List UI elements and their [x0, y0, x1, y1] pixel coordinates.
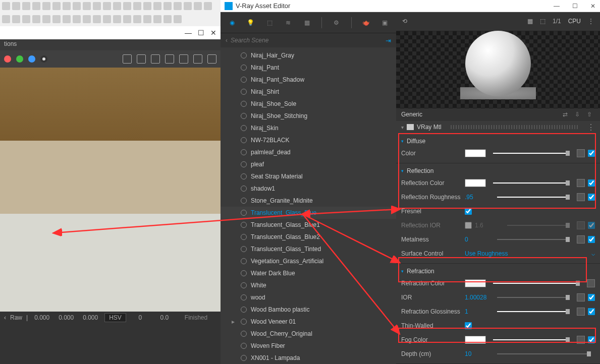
cpu-label[interactable]: CPU [568, 18, 581, 25]
map-button[interactable] [577, 193, 585, 201]
value-input[interactable]: 1 [465, 308, 490, 315]
material-item[interactable]: Wood_Cherry_Original [221, 328, 396, 340]
region-icon[interactable] [165, 54, 174, 64]
slider[interactable] [497, 353, 591, 354]
color-swatch[interactable] [465, 179, 486, 187]
menu-icon[interactable]: ⋮ [588, 18, 594, 25]
materials-tab-icon[interactable]: ◉ [228, 18, 236, 28]
material-item[interactable]: pleaf [221, 158, 396, 170]
material-item[interactable]: shadow1 [221, 183, 396, 195]
close-button[interactable]: ✕ [210, 29, 216, 37]
thin-checkbox[interactable] [465, 322, 472, 329]
slider[interactable] [493, 283, 580, 284]
enable-checkbox[interactable] [588, 179, 595, 187]
dropdown[interactable]: Use Roughness [465, 250, 588, 257]
material-item[interactable]: White [221, 279, 396, 291]
maximize-button[interactable]: ☐ [572, 3, 578, 10]
delete-icon[interactable] [137, 54, 146, 64]
lights-tab-icon[interactable]: 💡 [246, 18, 255, 28]
slider[interactable] [493, 183, 570, 184]
material-item[interactable]: Niraj_Shoe_Sole [221, 98, 396, 110]
value-input[interactable]: 1.00028 [465, 294, 490, 301]
map-button[interactable] [577, 336, 585, 344]
material-item[interactable]: wood [221, 291, 396, 304]
map-button[interactable] [577, 221, 585, 229]
preset-icon[interactable]: ⇄ [563, 111, 571, 118]
material-item[interactable]: Translucent_Glass_Blue1 [221, 219, 396, 231]
material-item[interactable]: Woven Fiber [221, 340, 396, 352]
material-item[interactable]: Niraj_Shoe_Stitching [221, 110, 396, 122]
channel-red-icon[interactable] [4, 55, 11, 63]
enable-checkbox[interactable] [588, 236, 595, 243]
value-input[interactable]: 1.6 [475, 222, 500, 229]
enable-checkbox[interactable] [588, 294, 595, 301]
color-swatch[interactable] [465, 279, 486, 287]
channel-blue-icon[interactable] [28, 55, 35, 63]
value-input[interactable]: .95 [465, 194, 490, 201]
search-go-icon[interactable]: ⇥ [386, 37, 391, 44]
material-item[interactable]: Niraj_Skin [221, 122, 396, 134]
mtl-menu-icon[interactable]: ⋮ [587, 123, 595, 132]
material-item[interactable]: Wood Bamboo plastic [221, 304, 396, 316]
material-item[interactable]: Translucent_Glass_Tinted [221, 243, 396, 255]
geometry-tab-icon[interactable]: ⬚ [265, 18, 274, 28]
enable-checkbox[interactable] [588, 336, 595, 343]
material-item[interactable]: XN001 - Lampada [221, 352, 396, 364]
map-button[interactable] [577, 293, 585, 301]
material-item[interactable]: Niraj_Shirt [221, 86, 396, 98]
value-input[interactable]: 10 [465, 350, 490, 357]
save-preset-icon[interactable]: ⇩ [575, 111, 583, 118]
material-row[interactable]: ▾ VRay Mtl ⋮ [396, 121, 600, 134]
color-swatch[interactable] [465, 149, 486, 157]
channel-mono-icon[interactable] [40, 55, 47, 63]
save-icon[interactable] [123, 54, 132, 64]
close-button[interactable]: ✕ [590, 3, 596, 10]
material-item[interactable]: ▸Wood Veneer 01 [221, 316, 396, 328]
render-viewport[interactable] [0, 68, 221, 312]
slider[interactable] [497, 197, 570, 198]
material-item[interactable]: Vegetation_Grass_Artificial [221, 255, 396, 267]
chevron-down-icon[interactable]: ⌵ [591, 250, 595, 257]
minimize-button[interactable]: — [554, 3, 560, 10]
map-button[interactable] [577, 149, 585, 157]
material-item[interactable]: Niraj_Pant_Shadow [221, 74, 396, 86]
settings-icon[interactable]: ⚙ [332, 18, 341, 28]
material-item[interactable]: palmleaf_dead [221, 146, 396, 158]
slider[interactable] [497, 297, 570, 298]
select-icon[interactable] [151, 54, 160, 64]
ior-lock-checkbox[interactable] [465, 222, 472, 229]
material-item[interactable]: Stone_Granite_Midnite [221, 195, 396, 207]
enable-checkbox[interactable] [588, 194, 595, 201]
slider[interactable] [493, 339, 570, 340]
slider[interactable] [493, 153, 570, 154]
minimize-button[interactable]: — [185, 29, 192, 37]
enable-checkbox[interactable] [588, 308, 595, 315]
material-preview[interactable] [396, 31, 600, 108]
fresnel-checkbox[interactable] [465, 208, 472, 215]
teapot-add-icon[interactable] [179, 54, 188, 64]
material-item[interactable]: Seat Strap Material [221, 170, 396, 183]
enable-checkbox[interactable] [588, 222, 595, 229]
teapot-icon[interactable] [193, 54, 202, 64]
enable-checkbox[interactable] [588, 150, 595, 157]
group-header-refraction[interactable]: ▾Refraction [396, 266, 600, 276]
load-preset-icon[interactable]: ⇧ [587, 111, 595, 118]
expand-icon[interactable]: ⬚ [540, 18, 546, 25]
map-button[interactable] [577, 179, 585, 187]
group-header-reflection[interactable]: ▾Reflection [396, 166, 600, 176]
material-item[interactable]: NW-72BLACK [221, 134, 396, 146]
material-item[interactable]: Niraj_Hair_Gray [221, 49, 396, 62]
material-list[interactable]: Niraj_Hair_GrayNiraj_PantNiraj_Pant_Shad… [221, 47, 396, 364]
group-header-diffuse[interactable]: ▾Diffuse [396, 136, 600, 146]
material-item[interactable]: Niraj_Pant [221, 62, 396, 74]
slider[interactable] [497, 239, 570, 240]
layers-tab-icon[interactable]: ≋ [284, 18, 293, 28]
slider[interactable] [497, 311, 570, 312]
material-item[interactable]: Water Dark Blue [221, 267, 396, 279]
material-item[interactable]: Translucent_Glass_Blue2 [221, 231, 396, 243]
color-swatch[interactable] [465, 336, 486, 344]
gridview-icon[interactable]: ▦ [527, 18, 533, 25]
material-item[interactable]: Translucent_Glass_Blue [221, 207, 396, 219]
drag-handle[interactable] [451, 125, 578, 129]
teapot2-icon[interactable] [207, 54, 216, 64]
